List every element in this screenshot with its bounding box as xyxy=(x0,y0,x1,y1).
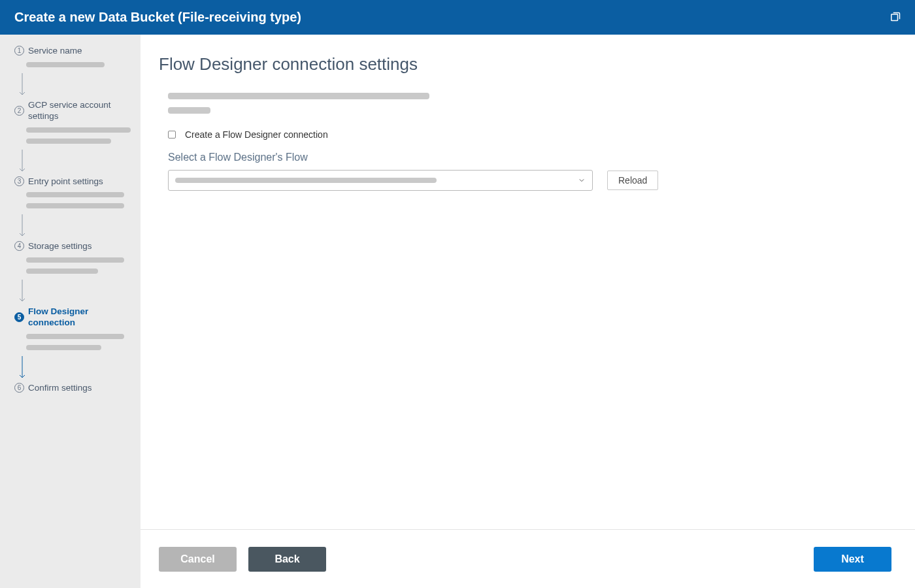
placeholder-line xyxy=(26,334,124,339)
step-label: Storage settings xyxy=(28,240,92,252)
wizard-step-2[interactable]: 2 GCP service account settings xyxy=(14,99,134,150)
wizard-sidebar: 1 Service name 2 GCP service account set… xyxy=(0,35,141,588)
flow-select-label: Select a Flow Designer's Flow xyxy=(168,152,897,163)
placeholder-line xyxy=(26,269,98,274)
wizard-step-6[interactable]: 6 Confirm settings xyxy=(14,382,134,394)
step-label: Flow Designer connection xyxy=(28,306,134,329)
cancel-button[interactable]: Cancel xyxy=(159,547,237,572)
step-connector xyxy=(14,280,134,306)
step-number-icon: 5 xyxy=(14,312,24,322)
library-icon[interactable] xyxy=(889,12,901,24)
wizard-footer: Cancel Back Next xyxy=(141,529,915,588)
flow-select[interactable] xyxy=(168,170,593,191)
intro-placeholder xyxy=(159,93,897,114)
create-connection-checkbox-row[interactable]: Create a Flow Designer connection xyxy=(168,129,897,140)
placeholder-line xyxy=(175,178,437,183)
step-label: GCP service account settings xyxy=(28,99,134,122)
placeholder-line xyxy=(26,345,101,350)
step-connector xyxy=(14,150,134,176)
placeholder-line xyxy=(26,127,131,133)
placeholder-line xyxy=(26,62,105,67)
wizard-step-5[interactable]: 5 Flow Designer connection xyxy=(14,306,134,356)
step-number-icon: 3 xyxy=(14,176,24,186)
wizard-step-4[interactable]: 4 Storage settings xyxy=(14,240,134,280)
page-header-title: Create a new Data Bucket (File-receiving… xyxy=(14,10,301,25)
header: Create a new Data Bucket (File-receiving… xyxy=(0,0,915,35)
reload-button[interactable]: Reload xyxy=(607,171,658,190)
step-label: Confirm settings xyxy=(28,382,92,394)
step-number-icon: 4 xyxy=(14,241,24,251)
main-panel: Flow Designer connection settings Create… xyxy=(141,35,915,588)
chevron-down-icon xyxy=(579,179,584,182)
step-label: Entry point settings xyxy=(28,176,103,188)
back-button[interactable]: Back xyxy=(248,547,326,572)
placeholder-line xyxy=(26,257,124,263)
step-connector xyxy=(14,73,134,99)
wizard-step-3[interactable]: 3 Entry point settings xyxy=(14,176,134,215)
placeholder-line xyxy=(26,203,124,208)
step-connector xyxy=(14,356,134,382)
page-title: Flow Designer connection settings xyxy=(159,54,897,74)
next-button[interactable]: Next xyxy=(814,547,891,572)
step-connector xyxy=(14,214,134,240)
svg-rect-0 xyxy=(891,14,898,20)
step-number-icon: 6 xyxy=(14,383,24,393)
step-number-icon: 1 xyxy=(14,46,24,56)
checkbox-icon[interactable] xyxy=(168,131,176,139)
placeholder-line xyxy=(168,93,429,99)
placeholder-line xyxy=(26,139,111,144)
placeholder-line xyxy=(26,192,124,197)
placeholder-line xyxy=(168,107,210,114)
checkbox-label: Create a Flow Designer connection xyxy=(185,129,328,140)
step-number-icon: 2 xyxy=(14,106,24,116)
step-label: Service name xyxy=(28,45,82,57)
wizard-step-1[interactable]: 1 Service name xyxy=(14,45,134,73)
